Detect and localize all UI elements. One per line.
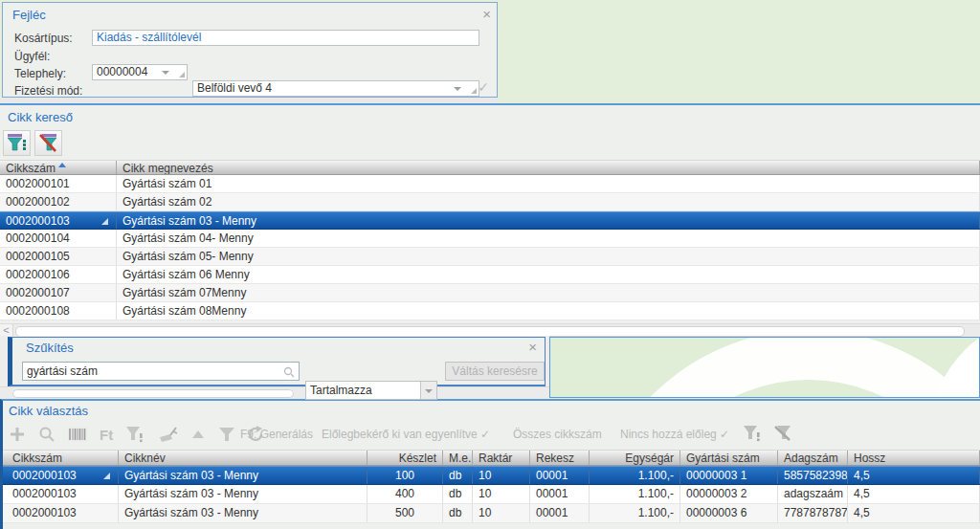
match-mode-combo[interactable]: Tartalmazza (305, 381, 437, 400)
f9-generalas-label: F9: Generálás (240, 428, 313, 441)
cell: 10 (473, 504, 530, 522)
column-header[interactable]: Gyártási szám (680, 451, 778, 465)
cell: 400 (368, 485, 443, 503)
cell: 4,5 (848, 504, 980, 522)
cell: 0002000104 (0, 230, 117, 247)
filter-apply-icon (7, 133, 28, 153)
chevron-down-icon[interactable] (162, 71, 169, 75)
cell: 0002000107 (0, 284, 117, 301)
szukites-title: Szűkítés (26, 341, 74, 355)
cell: Gyártási szám 03 - Menny (119, 467, 368, 484)
filter-button[interactable] (218, 427, 235, 442)
combo-dropdown-button[interactable] (420, 382, 436, 399)
cell: 1.100,- (590, 467, 680, 484)
clear-filter-button[interactable] (157, 426, 178, 444)
table-row[interactable]: 0002000107 Gyártási szám 07Menny (0, 284, 980, 302)
filter-warning-button[interactable] (743, 425, 762, 442)
fejlec-title: Fejléc (12, 8, 46, 22)
cikk-kereso-title: Cikk kereső (8, 110, 73, 124)
edit-marker-icon (101, 218, 108, 225)
table-row[interactable]: 0002000103 Gyártási szám 03 - Menny 400 … (3, 485, 980, 504)
ugyfel-code-value: 00000004 (97, 65, 147, 78)
search-icon (38, 426, 56, 443)
table-row[interactable]: 0002000105 Gyártási szám 05- Menny (0, 248, 980, 266)
cell: 1.100,- (590, 485, 680, 503)
scrollbar-thumb[interactable] (12, 389, 294, 398)
barcode-button[interactable] (68, 427, 87, 442)
cell: 00001 (530, 485, 590, 503)
kosartipus-label: Kosártípus: (14, 32, 73, 45)
column-header[interactable]: Egységár (590, 451, 680, 465)
szukites-search-input[interactable]: gyártási szám (22, 362, 300, 381)
filter-clear-button[interactable] (773, 425, 792, 442)
cell: 00001 (530, 467, 590, 484)
cell: 00001 (530, 504, 590, 522)
search-value: gyártási szám (27, 364, 98, 378)
column-header[interactable]: Raktár (473, 451, 530, 465)
horizontal-scrollbar[interactable] (0, 386, 549, 399)
kosartipus-value: Kiadás - szállítólevél (97, 31, 201, 44)
cell: 0002000103 (0, 212, 117, 229)
cell: db (443, 485, 473, 503)
column-header[interactable]: Rekesz (530, 451, 590, 465)
resize-grip-icon[interactable] (471, 88, 477, 94)
nincs-eloleg-label: Nincs hozzá előleg ✓ (620, 428, 729, 441)
cell: 0002000101 (0, 175, 117, 192)
szukites-dialog: Szűkítés × gyártási szám Tartalmazza Vál… (8, 337, 546, 386)
cell: adagszaám (778, 485, 848, 503)
column-header[interactable]: Hossz (848, 451, 980, 465)
triangle-up-icon (190, 429, 206, 440)
column-header[interactable]: Adagszám (778, 451, 848, 465)
table-row[interactable]: 0002000108 Gyártási szám 08Menny (0, 302, 980, 320)
resize-grip-icon[interactable] (179, 72, 185, 77)
cikk-kereso-window: Cikk kereső Cikkszám Cikk megnevezés 000… (0, 103, 980, 336)
ugyfel-code-combo[interactable]: 00000004 (92, 64, 188, 80)
table-row-selected[interactable]: 0002000103 Gyártási szám 03 - Menny 100 … (3, 466, 980, 485)
close-icon[interactable]: × (482, 8, 491, 21)
table-row-selected[interactable]: 0002000103 Gyártási szám 03 - Menny (0, 211, 980, 230)
collapse-button[interactable] (190, 429, 206, 440)
cell: Gyártási szám 03 - Menny (119, 485, 368, 503)
cell: Gyártási szám 07Menny (117, 284, 980, 301)
cell: 00000003 6 (680, 504, 778, 522)
search-icon (283, 366, 295, 378)
funnel-icon (218, 427, 235, 442)
column-header[interactable]: Készlet (368, 451, 443, 465)
column-header[interactable]: Cikkszám (7, 451, 119, 465)
match-mode-value: Tartalmazza (310, 384, 372, 397)
cell: 1.100,- (590, 504, 680, 522)
filter-warning-button[interactable] (125, 426, 145, 443)
close-icon[interactable]: × (528, 341, 537, 354)
cell: 0002000105 (0, 248, 117, 265)
currency-ft-button[interactable]: Ft (100, 427, 113, 443)
valtas-keresesre-button[interactable]: Váltás keresésre (445, 362, 545, 381)
cikk-valasztas-header: Cikkszám Cikknév Készlet M.e. Raktár Rek… (3, 450, 980, 466)
elolegbekero-label: Előlegbekérő ki van egyenlítve ✓ (322, 428, 490, 441)
table-row[interactable]: 0002000101 Gyártási szám 01 (0, 175, 980, 193)
filter-apply-button[interactable] (3, 130, 31, 156)
chevron-down-icon[interactable] (454, 87, 461, 91)
cell: 0002000103 (7, 504, 119, 522)
osszes-cikkszam-label: Összes cikkszám (513, 428, 602, 441)
cell: 4,5 (848, 485, 980, 503)
filter-clear-icon (38, 133, 59, 153)
column-header[interactable]: Cikk megnevezés (117, 161, 980, 174)
column-header[interactable]: Cikkszám (0, 161, 117, 174)
table-row[interactable]: 0002000102 Gyártási szám 02 (0, 193, 980, 211)
cell: 100 (368, 467, 443, 484)
fizetesimod-label: Fizetési mód: (14, 84, 82, 98)
table-row[interactable]: 0002000103 Gyártási szám 03 - Menny 500 … (3, 504, 980, 523)
filter-clear-button[interactable] (34, 130, 62, 156)
search-button[interactable] (38, 426, 56, 443)
ugyfel-name-value: Belföldi vevő 4 (197, 81, 272, 95)
table-row[interactable]: 0002000104 Gyártási szám 04- Menny (0, 230, 980, 248)
column-header[interactable]: M.e. (443, 451, 473, 465)
cell: 0002000106 (0, 266, 117, 283)
ugyfel-name-combo[interactable]: Belföldi vevő 4 (192, 80, 479, 97)
cell: 00000003 2 (680, 485, 778, 503)
table-row[interactable]: 0002000106 Gyártási szám 06 Menny (0, 266, 980, 284)
add-button[interactable] (9, 426, 26, 443)
column-header[interactable]: Cikknév (119, 451, 368, 465)
cikk-kereso-header: Cikkszám Cikk megnevezés (0, 160, 980, 175)
kosartipus-field[interactable]: Kiadás - szállítólevél (92, 30, 479, 46)
